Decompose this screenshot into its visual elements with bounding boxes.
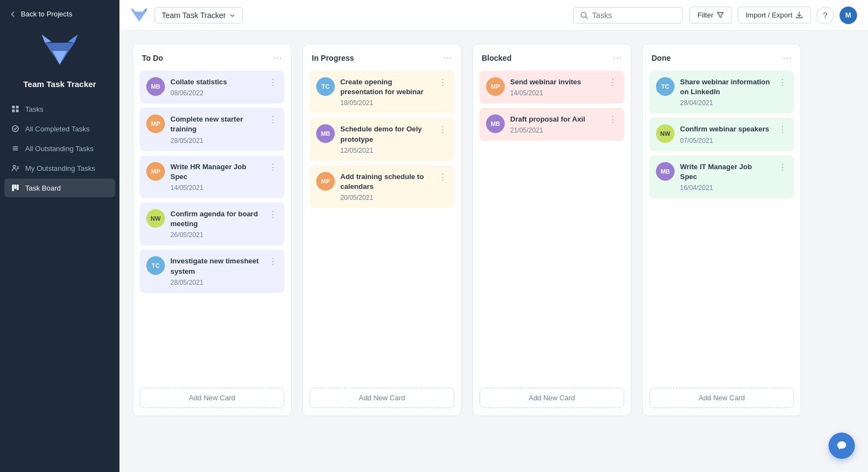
topbar: Team Task Tracker Filter Import / [119,0,868,31]
card-content: Schedule demo for Oely prototype12/05/20… [340,124,431,154]
card-content: Add training schedule to calendars20/05/… [340,172,431,202]
import-label: Import / Export [746,11,792,19]
sidebar-app-title: Team Task Tracker [15,79,105,100]
filter-icon [717,11,724,19]
card-content: Write HR Manager Job Spec14/05/2021 [170,162,261,192]
avatar: MB [486,114,505,133]
filter-button[interactable]: Filter [689,7,732,24]
add-card-button-todo[interactable]: Add New Card [140,388,284,408]
card-date: 14/05/2021 [170,184,261,192]
column-todo-cards: MBCollate statistics08/06/2022⋮MPComplet… [133,68,291,382]
card-content: Draft proposal for Axil21/05/2021 [510,114,601,134]
card-date: 26/05/2021 [170,231,261,239]
import-export-button[interactable]: Import / Export [738,7,811,24]
sidebar-item-all-completed[interactable]: All Completed Tasks [4,119,115,138]
avatar: MB [656,162,675,181]
add-card-button-done[interactable]: Add New Card [649,388,794,408]
filter-label: Filter [698,11,713,19]
sidebar-item-tasks[interactable]: Tasks [4,100,115,118]
svg-line-23 [585,16,587,19]
card-menu-button[interactable]: ⋮ [606,114,618,125]
back-to-projects-button[interactable]: Back to Projects [0,0,119,24]
project-selector[interactable]: Team Task Tracker [155,7,243,24]
help-label: ? [823,11,827,20]
card-date: 07/05/2021 [680,137,770,145]
table-row[interactable]: MBWrite IT Manager Job Spec16/04/2021⋮ [649,156,794,198]
column-blocked-menu[interactable]: ··· [613,53,622,63]
card-content: Share webinar information on LinkedIn28/… [680,77,770,107]
search-input[interactable] [592,11,675,20]
svg-rect-15 [12,185,14,191]
card-content: Write IT Manager Job Spec16/04/2021 [680,162,770,192]
table-row[interactable]: NWConfirm agenda for board meeting26/05/… [140,203,284,245]
card-menu-button[interactable]: ⋮ [436,77,448,88]
table-row[interactable]: MBSchedule demo for Oely prototype12/05/… [310,118,454,160]
table-row[interactable]: MPSend webinar invites14/05/2021⋮ [479,71,624,103]
card-date: 14/05/2021 [510,89,601,97]
search-icon [580,11,588,19]
table-row[interactable]: MPAdd training schedule to calendars20/0… [310,165,454,208]
table-row[interactable]: MPWrite HR Manager Job Spec14/05/2021⋮ [140,156,284,198]
avatar: MB [146,77,165,96]
add-card-button-blocked[interactable]: Add New Card [479,388,624,408]
column-done-cards: TCShare webinar information on LinkedIn2… [643,68,801,382]
svg-marker-2 [68,34,78,43]
card-date: 28/05/2021 [170,137,261,145]
svg-marker-1 [42,34,52,43]
column-blocked-header: Blocked··· [473,44,631,68]
table-row[interactable]: MBCollate statistics08/06/2022⋮ [140,71,284,103]
svg-rect-17 [17,185,19,190]
table-row[interactable]: TCInvestigate new timesheet system28/05/… [140,250,284,292]
table-row[interactable]: MPComplete new starter training28/05/202… [140,108,284,151]
main-content: Team Task Tracker Filter Import / [119,0,868,472]
avatar: MP [146,114,165,133]
back-label: Back to Projects [21,10,72,18]
svg-rect-4 [12,106,15,108]
app-logo [38,29,82,73]
card-date: 20/05/2021 [340,194,431,202]
add-card-button-inprogress[interactable]: Add New Card [310,388,454,408]
column-inprogress-header: In Progress··· [303,44,461,68]
card-date: 28/04/2021 [680,99,770,107]
user-avatar[interactable]: M [840,7,857,24]
sidebar-item-task-board[interactable]: Task Board [4,179,115,197]
card-date: 28/05/2021 [170,279,261,286]
card-menu-button[interactable]: ⋮ [266,114,278,125]
card-menu-button[interactable]: ⋮ [266,209,278,220]
sidebar-item-all-outstanding[interactable]: All Outstanding Tasks [4,139,115,158]
svg-marker-19 [131,8,135,11]
card-menu-button[interactable]: ⋮ [436,172,448,182]
card-menu-button[interactable]: ⋮ [776,162,787,172]
sidebar: Back to Projects Team Task Tracker [0,0,119,472]
avatar: NW [146,209,165,228]
card-menu-button[interactable]: ⋮ [776,124,787,135]
card-menu-button[interactable]: ⋮ [266,162,278,172]
card-menu-button[interactable]: ⋮ [776,77,787,88]
table-row[interactable]: MBDraft proposal for Axil21/05/2021⋮ [479,108,624,141]
chat-fab-button[interactable] [829,433,855,459]
column-todo: To Do···MBCollate statistics08/06/2022⋮M… [133,44,292,416]
sidebar-item-my-outstanding[interactable]: My Outstanding Tasks [4,159,115,177]
card-menu-button[interactable]: ⋮ [266,256,278,267]
table-row[interactable]: TCShare webinar information on LinkedIn2… [649,71,794,113]
grid-icon [11,105,20,113]
toolbar-actions: Filter Import / Export ? M [689,7,857,24]
card-menu-button[interactable]: ⋮ [436,124,448,135]
svg-rect-6 [12,110,15,112]
card-menu-button[interactable]: ⋮ [606,77,618,88]
column-blocked-cards: MPSend webinar invites14/05/2021⋮MBDraft… [473,68,631,382]
table-row[interactable]: NWConfirm webinar speakers07/05/2021⋮ [649,118,794,151]
svg-point-8 [13,126,19,132]
column-done-menu[interactable]: ··· [783,53,792,63]
sidebar-item-tasks-label: Tasks [25,105,43,113]
column-inprogress-menu[interactable]: ··· [443,53,452,63]
card-menu-button[interactable]: ⋮ [266,77,278,88]
column-todo-menu[interactable]: ··· [273,53,282,63]
help-button[interactable]: ? [816,7,834,24]
board-area: To Do···MBCollate statistics08/06/2022⋮M… [119,31,868,472]
column-todo-title: To Do [142,54,163,62]
chat-icon [836,440,848,452]
avatar: MP [316,172,335,191]
search-bar[interactable] [573,7,683,24]
table-row[interactable]: TCCreate opening presentation for webina… [310,71,454,113]
